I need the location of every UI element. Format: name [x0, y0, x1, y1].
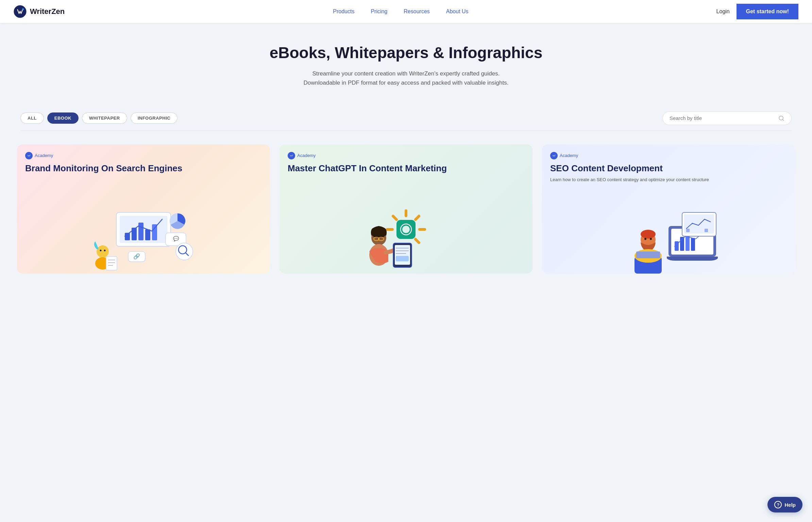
card-1-content: Brand Monitoring On Search Engines	[17, 163, 270, 206]
svg-rect-69	[705, 229, 708, 232]
nav-products[interactable]: Products	[333, 8, 354, 15]
svg-point-60	[641, 230, 656, 239]
card-2-header: Academy	[280, 144, 532, 163]
svg-point-30	[292, 154, 293, 155]
svg-point-63	[644, 238, 646, 240]
card-1-title: Brand Monitoring On Search Engines	[25, 163, 262, 174]
svg-rect-47	[396, 256, 409, 261]
svg-rect-10	[138, 223, 143, 240]
svg-rect-65	[636, 251, 660, 258]
svg-line-3	[782, 119, 783, 120]
card-brand-monitoring[interactable]: Academy Brand Monitoring On Search Engin…	[17, 144, 270, 274]
hero-section: eBooks, Whitepapers & Infographics Strea…	[0, 23, 812, 101]
svg-line-34	[416, 239, 419, 243]
filter-ebook[interactable]: EBOOK	[47, 112, 79, 124]
svg-line-35	[393, 216, 396, 220]
card-3-illustration	[542, 206, 795, 274]
hero-subtitle: Streamline your content creation with Wr…	[301, 69, 511, 87]
svg-line-32	[416, 216, 419, 220]
card-3-content: SEO Content Development Learn how to cre…	[542, 163, 795, 206]
login-button[interactable]: Login	[716, 8, 730, 15]
search-input[interactable]	[670, 115, 775, 121]
svg-point-23	[100, 249, 102, 251]
nav-links: Products Pricing Resources About Us	[85, 8, 716, 15]
get-started-button[interactable]: Get started now!	[737, 4, 798, 19]
academy-badge-2: Academy	[288, 152, 316, 159]
card-3-title: SEO Content Development	[550, 163, 787, 174]
filter-infographic[interactable]: INFOGRAPHIC	[131, 112, 178, 124]
logo-icon	[14, 5, 27, 18]
cards-section: Academy Brand Monitoring On Search Engin…	[0, 131, 812, 294]
filter-whitepaper[interactable]: WHITEPAPER	[82, 112, 127, 124]
nav-right: Login Get started now!	[716, 4, 798, 19]
filter-all[interactable]: ALL	[20, 112, 44, 124]
search-area	[662, 111, 792, 125]
logo[interactable]: WriterZen	[14, 5, 65, 18]
card-3-subtitle: Learn how to create an SEO content strat…	[550, 176, 787, 183]
logo-text: WriterZen	[30, 7, 65, 16]
svg-point-1	[22, 8, 24, 11]
card-1-header: Academy	[17, 144, 270, 163]
cards-grid: Academy Brand Monitoring On Search Engin…	[17, 144, 795, 274]
svg-point-64	[650, 238, 652, 240]
academy-logo-3	[550, 152, 558, 159]
svg-text:💬: 💬	[173, 236, 179, 242]
card-2-content: Master ChatGPT In Content Marketing	[280, 163, 532, 206]
filter-bar: ALL EBOOK WHITEPAPER INFOGRAPHIC	[0, 101, 812, 130]
svg-point-18	[176, 243, 193, 260]
academy-badge-3: Academy	[550, 152, 578, 159]
filter-tabs: ALL EBOOK WHITEPAPER INFOGRAPHIC	[20, 112, 177, 124]
svg-rect-11	[145, 229, 150, 240]
svg-rect-58	[691, 238, 695, 251]
card-1-illustration: 🔗 💬	[17, 206, 270, 274]
search-icon	[778, 115, 784, 121]
hero-title: eBooks, Whitepapers & Infographics	[7, 44, 805, 62]
svg-point-5	[30, 154, 30, 155]
nav-pricing[interactable]: Pricing	[371, 8, 387, 15]
svg-point-21	[97, 245, 109, 258]
svg-rect-68	[686, 229, 690, 232]
card-3-header: Academy	[542, 144, 795, 163]
academy-logo-1	[25, 152, 33, 159]
nav-resources[interactable]: Resources	[404, 8, 429, 15]
academy-logo-2	[288, 152, 295, 159]
card-chatgpt[interactable]: Academy Master ChatGPT In Content Market…	[280, 144, 532, 274]
svg-rect-25	[106, 257, 117, 270]
svg-text:🔗: 🔗	[133, 253, 140, 260]
card-seo[interactable]: Academy SEO Content Development Learn ho…	[542, 144, 795, 274]
card-2-illustration	[280, 206, 532, 274]
svg-rect-12	[152, 224, 157, 240]
nav-about[interactable]: About Us	[446, 8, 469, 15]
card-2-title: Master ChatGPT In Content Marketing	[288, 163, 524, 174]
academy-badge-1: Academy	[25, 152, 53, 159]
navbar: WriterZen Products Pricing Resources Abo…	[0, 0, 812, 23]
svg-point-24	[104, 249, 106, 251]
svg-point-52	[555, 154, 555, 155]
